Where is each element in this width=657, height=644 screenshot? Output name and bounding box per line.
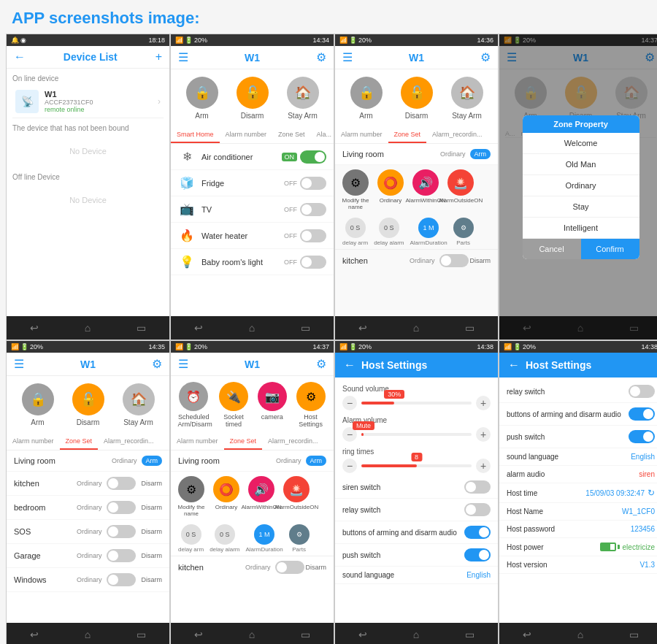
modify-6[interactable]: ⚙ Modify the name <box>175 476 207 517</box>
sh-item-ac[interactable]: ❄ Air conditioner ON <box>171 144 334 170</box>
water-heater-toggle[interactable]: OFF <box>284 229 326 242</box>
kitchen-toggle[interactable] <box>107 477 136 490</box>
alarm-within-6[interactable]: 🔊 AlarmWithinON <box>245 476 277 517</box>
back-nav-btn-5[interactable]: ↩ <box>30 629 39 640</box>
zone-living-6[interactable]: Living room Ordinary Arm <box>171 451 334 472</box>
tab-zone-set-6[interactable]: Zone Set <box>224 434 263 450</box>
add-icon[interactable]: + <box>155 50 162 64</box>
tab-alarm-number[interactable]: Alarm number <box>220 127 273 143</box>
push-switch-toggle-8[interactable] <box>629 430 655 443</box>
arm-disarm-audio-toggle-7[interactable] <box>464 526 491 539</box>
tab-smart-home[interactable]: Smart Home <box>171 127 220 143</box>
back-nav-btn-2[interactable]: ↩ <box>194 322 203 334</box>
tv-toggle[interactable]: OFF <box>284 203 326 216</box>
zone-kitchen[interactable]: kitchen Ordinary Disarm <box>7 472 169 496</box>
babylight-toggle-switch[interactable] <box>300 256 326 269</box>
tab-alarm-num-6[interactable]: Alarm number <box>171 434 224 450</box>
disarm-button[interactable]: 🔓 Disarm <box>237 77 269 120</box>
zone-living-room[interactable]: Living room Ordinary Arm <box>7 451 169 472</box>
sh-item-babylight[interactable]: 💡 Baby room's light OFF <box>171 249 334 275</box>
back-nav-btn[interactable]: ↩ <box>30 322 39 334</box>
socket-timed-item[interactable]: 🔌 Socket timed <box>218 382 250 428</box>
arm-btn-3[interactable]: 🔒 Arm <box>350 77 383 120</box>
menu-icon-5[interactable]: ☰ <box>14 357 24 371</box>
relay-switch-toggle-8[interactable] <box>629 385 655 398</box>
zone-garage[interactable]: Garage Ordinary Disarm <box>7 544 169 568</box>
settings-icon-2[interactable]: ⚙ <box>316 50 326 64</box>
sh-item-water-heater[interactable]: 🔥 Water heater OFF <box>171 223 334 249</box>
sound-volume-slider[interactable]: − 30% + <box>342 396 491 410</box>
modal-option-old-man[interactable]: Old Man <box>523 154 639 175</box>
home-nav-btn-3[interactable]: ⌂ <box>413 322 419 334</box>
bedroom-toggle[interactable] <box>107 501 136 514</box>
home-nav-btn-5[interactable]: ⌂ <box>85 629 91 640</box>
water-heater-toggle-switch[interactable] <box>300 229 326 242</box>
disarm-btn-3[interactable]: 🔓 Disarm <box>401 77 433 120</box>
kitchen-row[interactable]: kitchen Ordinary Disarm <box>335 249 498 272</box>
tab-alarm-num-5[interactable]: Alarm number <box>7 434 60 450</box>
garage-toggle[interactable] <box>107 549 136 562</box>
settings-icon-6[interactable]: ⚙ <box>316 357 326 371</box>
tab-zone-set-3[interactable]: Zone Set <box>388 127 427 143</box>
delay-arm-item[interactable]: 0 S delay arm <box>342 218 368 246</box>
menu-icon-6[interactable]: ☰ <box>178 357 188 371</box>
modal-cancel-button[interactable]: Cancel <box>523 239 581 259</box>
home-nav-btn-2[interactable]: ⌂ <box>249 322 255 334</box>
sound-volume-plus[interactable]: + <box>476 396 491 410</box>
alarm-volume-plus[interactable]: + <box>476 427 491 442</box>
modal-confirm-button[interactable]: Confirm <box>581 239 639 259</box>
alarm-volume-track[interactable]: Mute <box>361 433 472 436</box>
back-icon[interactable]: ← <box>14 50 26 64</box>
modal-option-ordinary[interactable]: Ordinary <box>523 175 639 196</box>
modal-option-stay[interactable]: Stay <box>523 196 639 218</box>
alarm-outside-6[interactable]: 🚨 AlarmOutsideON <box>280 476 312 517</box>
babylight-toggle[interactable]: OFF <box>284 256 326 269</box>
back-nav-btn-7[interactable]: ↩ <box>358 629 367 640</box>
zone-windows[interactable]: Windows Ordinary Disarm <box>7 568 169 592</box>
back-nav-btn-8[interactable]: ↩ <box>523 629 531 640</box>
home-nav-btn-7[interactable]: ⌂ <box>413 629 419 640</box>
scheduled-arm-item[interactable]: ⏰ Scheduled Arm/Disarm <box>177 382 210 428</box>
recent-nav-btn-2[interactable]: ▭ <box>301 322 310 334</box>
stayarm-btn-3[interactable]: 🏠 Stay Arm <box>451 77 483 120</box>
ring-times-plus[interactable]: + <box>476 459 491 473</box>
back-icon-8[interactable]: ← <box>508 359 520 372</box>
recent-nav-btn[interactable]: ▭ <box>137 322 146 334</box>
relay-switch-toggle-7[interactable] <box>464 503 491 516</box>
living-room-item[interactable]: Living room Ordinary Arm <box>335 144 498 165</box>
home-nav-btn[interactable]: ⌂ <box>85 322 91 334</box>
settings-icon-5[interactable]: ⚙ <box>152 357 162 371</box>
kitchen-toggle-6[interactable] <box>275 561 304 574</box>
kitchen-disarm-toggle[interactable] <box>439 254 469 267</box>
home-nav-btn-6[interactable]: ⌂ <box>249 629 255 640</box>
tab-alarm-rec[interactable]: Ala... <box>311 127 334 143</box>
modal-option-intelligent[interactable]: Intelligent <box>523 218 639 239</box>
alarm-within-icon-item[interactable]: 🔊 AlarmWithinON <box>410 169 442 210</box>
ordinary-icon-item[interactable]: ⭕ Ordinary <box>374 169 407 210</box>
siren-switch-toggle[interactable] <box>464 480 491 494</box>
tab-alarm-rec-3[interactable]: Alarm_recordin... <box>426 127 488 143</box>
zone-bedroom[interactable]: bedroom Ordinary Disarm <box>7 496 169 520</box>
zone-sos[interactable]: SOS Ordinary Disarm <box>7 520 169 544</box>
recent-nav-btn-7[interactable]: ▭ <box>465 629 474 640</box>
sos-toggle[interactable] <box>107 525 136 538</box>
modal-option-welcome[interactable]: Welcome <box>523 133 639 154</box>
stayarm-button[interactable]: 🏠 Stay Arm <box>287 77 319 120</box>
modify-name-icon-item[interactable]: ⚙ Modify the name <box>339 169 372 210</box>
arm-disarm-audio-toggle-8[interactable] <box>629 407 655 421</box>
home-nav-btn-8[interactable]: ⌂ <box>577 629 583 640</box>
push-switch-toggle-7[interactable] <box>464 548 491 561</box>
sound-volume-track[interactable]: 30% <box>361 402 472 405</box>
ac-toggle[interactable]: ON <box>282 150 327 164</box>
ring-times-track[interactable]: 8 <box>361 464 472 467</box>
delay-alarm-item[interactable]: 0 S delay alarm <box>374 218 404 246</box>
alarm-outside-icon-item[interactable]: 🚨 AlarmOutsideON <box>445 169 477 210</box>
kitchen-row-6[interactable]: kitchen Ordinary Disarm <box>171 556 334 578</box>
settings-icon-3[interactable]: ⚙ <box>480 50 491 64</box>
alarm-duration-item[interactable]: 1 M AlarmDuration <box>410 218 447 246</box>
recent-nav-btn-5[interactable]: ▭ <box>137 629 146 640</box>
menu-icon-3[interactable]: ☰ <box>342 50 353 64</box>
sh-item-tv[interactable]: 📺 TV OFF <box>171 196 334 223</box>
tab-zone-set-5[interactable]: Zone Set <box>60 434 99 450</box>
device-item[interactable]: 📡 W1 ACCF23731CF0 remote online › <box>12 85 164 118</box>
